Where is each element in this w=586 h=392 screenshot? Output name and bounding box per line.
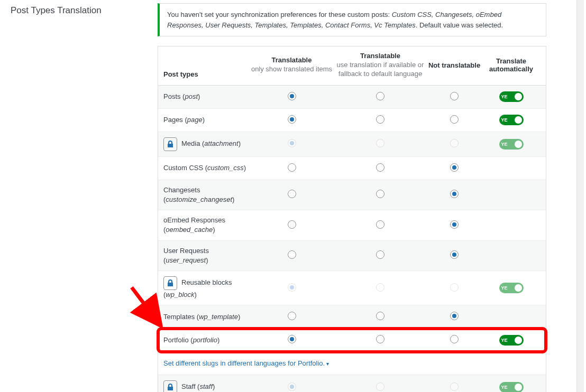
post-type-label: Pages (page) [158, 115, 248, 125]
table-row: Pages (page)YE [158, 109, 546, 132]
radio-option-0[interactable] [288, 190, 296, 198]
post-type-label: Templates (wp_template) [158, 312, 248, 322]
post-types-table: Post types Translatable only show transl… [158, 46, 546, 392]
notice-suffix: . Default value was selected. [416, 21, 503, 29]
post-type-label: Staff (staff) [158, 380, 248, 392]
radio-option-2[interactable] [450, 250, 459, 259]
radio-option-1[interactable] [376, 220, 384, 229]
radio-option-0 [288, 283, 296, 292]
radio-option-0[interactable] [288, 92, 296, 100]
translate-auto-toggle: YE [499, 382, 524, 392]
set-slugs-link[interactable]: Set different slugs in different languag… [163, 359, 329, 367]
radio-option-0 [288, 382, 296, 391]
sync-notice: You haven't set your synchronization pre… [158, 3, 546, 36]
header-post-types: Post types [158, 52, 248, 78]
header-translate-auto: Translate automatically [483, 57, 539, 73]
post-type-label: Custom CSS (custom_css) [158, 163, 248, 173]
radio-option-2[interactable] [450, 335, 459, 343]
radio-option-2[interactable] [450, 312, 459, 320]
radio-option-1[interactable] [376, 115, 384, 124]
radio-option-0[interactable] [288, 250, 296, 259]
table-row: Reusable blocks (wp_block)YE [158, 271, 546, 305]
radio-option-1 [376, 382, 384, 391]
radio-option-2[interactable] [450, 92, 459, 100]
radio-option-1[interactable] [376, 190, 384, 198]
table-row: Media (attachment)YE [158, 132, 546, 157]
radio-option-2[interactable] [450, 163, 459, 172]
radio-option-0[interactable] [288, 163, 296, 172]
radio-option-1 [376, 139, 384, 147]
table-row: Templates (wp_template) [158, 305, 546, 329]
radio-option-1[interactable] [376, 312, 384, 320]
radio-option-2[interactable] [450, 220, 459, 229]
radio-option-1 [376, 283, 384, 292]
post-type-label: oEmbed Responses (oembed_cache) [158, 216, 248, 235]
table-row: oEmbed Responses (oembed_cache) [158, 210, 546, 240]
radio-option-0[interactable] [288, 115, 296, 124]
notice-prefix: You haven't set your synchronization pre… [167, 11, 392, 18]
header-translatable: Translatable only show translated items [248, 56, 335, 74]
translate-auto-toggle[interactable]: YE [499, 115, 524, 125]
table-row: Changesets (customize_changeset) [158, 180, 546, 210]
post-type-label: Reusable blocks (wp_block) [158, 276, 248, 300]
radio-option-2[interactable] [450, 190, 459, 198]
radio-option-0 [288, 139, 296, 147]
page-title: Post Types Translation [11, 5, 158, 16]
table-header: Post types Translatable only show transl… [158, 46, 546, 86]
radio-option-1[interactable] [376, 335, 384, 343]
radio-option-2 [450, 139, 459, 147]
radio-option-1[interactable] [376, 250, 384, 259]
post-type-label: Portfolio (portfolio) [158, 335, 248, 345]
radio-option-2[interactable] [450, 115, 459, 124]
post-type-label: Media (attachment) [158, 137, 248, 151]
translate-auto-toggle: YE [499, 139, 524, 150]
table-row: Custom CSS (custom_css) [158, 157, 546, 180]
table-row: Staff (staff)YE [158, 375, 546, 392]
lock-icon [163, 380, 177, 392]
radio-option-2 [450, 382, 459, 391]
radio-option-0[interactable] [288, 220, 296, 229]
radio-option-0[interactable] [288, 335, 296, 343]
header-translatable-fallback: Translatable use translation if availabl… [335, 52, 425, 79]
table-row: Portfolio (portfolio)YE [158, 329, 546, 352]
lock-icon [163, 137, 177, 151]
post-type-label: User Requests (user_request) [158, 246, 248, 265]
radio-option-2 [450, 283, 459, 292]
table-row: Posts (post)YE [158, 86, 546, 109]
radio-option-1[interactable] [376, 92, 384, 100]
translate-auto-toggle[interactable]: YE [499, 91, 524, 102]
translate-auto-toggle[interactable]: YE [499, 335, 524, 346]
post-type-label: Posts (post) [158, 92, 248, 101]
radio-option-1[interactable] [376, 163, 384, 172]
slug-row: Set different slugs in different languag… [158, 352, 546, 375]
scrollbar[interactable] [576, 0, 584, 392]
post-type-label: Changesets (customize_changeset) [158, 185, 248, 204]
header-not-translatable: Not translatable [425, 61, 483, 69]
table-row: User Requests (user_request) [158, 241, 546, 271]
translate-auto-toggle: YE [499, 283, 524, 293]
radio-option-0[interactable] [288, 312, 296, 320]
lock-icon [163, 276, 177, 290]
